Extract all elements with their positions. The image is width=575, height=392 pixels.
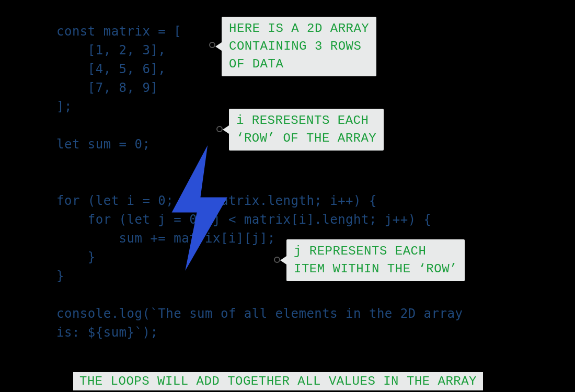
code-line: [1, 2, 3], [56,43,166,57]
code-line: console.log(`The sum of all elements in … [56,306,463,321]
code-line: [7, 8, 9] [56,80,158,95]
code-line: [4, 5, 6], [56,62,166,76]
callout-text: ‘ROW’ OF THE ARRAY [236,130,376,147]
code-line: } [56,269,64,283]
callout-connector-dot [209,42,215,48]
code-line: for (let j = 0; j < matrix[i].lenght; j+… [56,212,432,227]
code-line: ]; [56,99,72,114]
callout-text: ITEM WITHIN THE ‘ROW’ [294,260,457,278]
callout-text: i RESRESENTS EACH [236,112,376,130]
callout-connector-dot [274,257,280,263]
callout-text: THE LOOPS WILL ADD TOGETHER ALL VALUES I… [79,374,477,388]
callout-i-row: i RESRESENTS EACH ‘ROW’ OF THE ARRAY [229,109,384,151]
code-line: const matrix = [ [56,24,181,39]
callout-2d-array: HERE IS A 2D ARRAY CONTAINING 3 ROWS OF … [222,17,376,76]
code-line: } [56,250,96,264]
code-line: sum += matrix[i][j]; [56,231,275,246]
code-line: let sum = 0; [56,137,150,152]
callout-summary: THE LOOPS WILL ADD TOGETHER ALL VALUES I… [73,372,483,390]
callout-text: OF DATA [229,55,369,73]
code-line: is: ${sum}`); [56,325,158,340]
callout-text: j REPRESENTS EACH [294,243,457,260]
callout-j-item: j REPRESENTS EACH ITEM WITHIN THE ‘ROW’ [286,239,465,281]
callout-text: HERE IS A 2D ARRAY [229,20,369,38]
code-line: for (let i = 0; i < matrix.length; i++) … [56,193,377,208]
callout-text: CONTAINING 3 ROWS [229,38,369,55]
callout-connector-dot [216,126,223,132]
